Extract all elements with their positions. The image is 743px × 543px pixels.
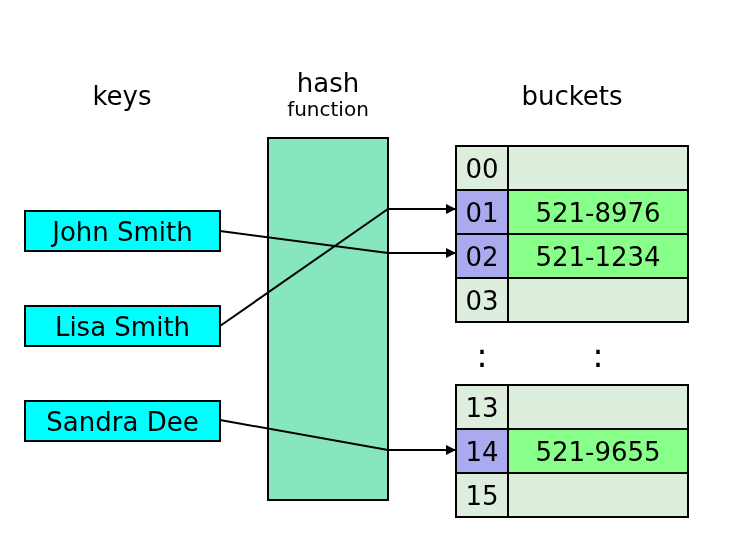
- bucket-value-label: 521-8976: [535, 198, 660, 228]
- header-buckets: buckets: [521, 81, 622, 111]
- ellipsis-dots-val: :: [592, 335, 603, 375]
- ellipsis-dots-idx: :: [476, 335, 487, 375]
- header-function: function: [287, 97, 369, 121]
- bucket-index-label: 00: [465, 154, 498, 184]
- bucket-index-label: 01: [465, 198, 498, 228]
- bucket-value-label: 521-1234: [535, 242, 660, 272]
- bucket-value-box: [508, 385, 688, 429]
- header-hash: hash: [297, 68, 359, 98]
- bucket-value-box: [508, 473, 688, 517]
- key-label: Lisa Smith: [55, 312, 190, 342]
- header-keys: keys: [92, 81, 151, 111]
- bucket-index-label: 03: [465, 286, 498, 316]
- svg-marker-2: [446, 445, 456, 455]
- svg-marker-1: [446, 204, 456, 214]
- bucket-value-box: [508, 146, 688, 190]
- bucket-index-label: 14: [465, 437, 498, 467]
- bucket-index-label: 13: [465, 393, 498, 423]
- key-label: Sandra Dee: [46, 407, 198, 437]
- bucket-index-label: 02: [465, 242, 498, 272]
- svg-marker-0: [446, 248, 456, 258]
- bucket-index-label: 15: [465, 481, 498, 511]
- hash-function-box: [268, 138, 388, 500]
- key-label: John Smith: [50, 217, 193, 247]
- bucket-value-label: 521-9655: [535, 437, 660, 467]
- bucket-value-box: [508, 278, 688, 322]
